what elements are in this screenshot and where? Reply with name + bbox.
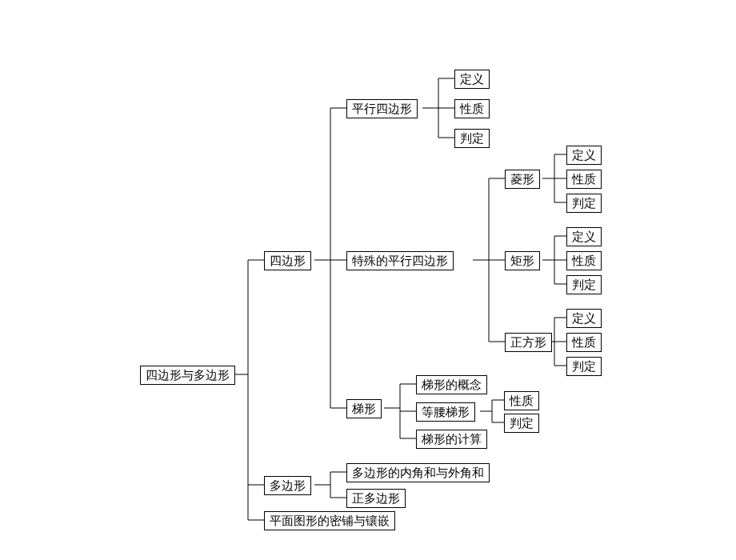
node-label: 定义 <box>572 230 596 243</box>
node-label: 梯形 <box>352 402 376 415</box>
node-label: 定义 <box>460 73 484 86</box>
node-parallelogram: 平行四边形 <box>346 99 418 118</box>
node-label: 四边形与多边形 <box>146 369 230 382</box>
node-parallelogram-judg: 判定 <box>454 129 490 148</box>
node-parallelogram-def: 定义 <box>454 70 490 89</box>
node-label: 性质 <box>510 394 534 407</box>
node-label: 判定 <box>572 197 596 210</box>
node-label: 正多边形 <box>352 492 400 505</box>
node-root: 四边形与多边形 <box>140 366 235 385</box>
node-label: 判定 <box>510 417 534 430</box>
node-rhombus-def: 定义 <box>566 146 602 165</box>
node-iso-trap-judg: 判定 <box>504 414 539 433</box>
node-label: 等腰梯形 <box>422 406 470 418</box>
node-label: 性质 <box>572 173 596 186</box>
node-label: 平行四边形 <box>352 102 412 115</box>
node-polygon-anglesum: 多边形的内角和与外角和 <box>346 463 490 482</box>
node-label: 定义 <box>572 149 596 162</box>
node-label: 菱形 <box>510 173 534 186</box>
node-rectangle-def: 定义 <box>566 227 602 246</box>
node-label: 性质 <box>460 102 484 115</box>
node-square-def: 定义 <box>566 309 602 328</box>
node-label: 梯形的计算 <box>422 433 482 446</box>
node-rhombus: 菱形 <box>505 170 540 189</box>
node-polygon: 多边形 <box>264 476 311 495</box>
node-label: 多边形的内角和与外角和 <box>352 466 484 479</box>
node-label: 多边形 <box>270 479 306 492</box>
node-rectangle-prop: 性质 <box>566 251 602 270</box>
node-label: 判定 <box>572 360 596 373</box>
node-quadrilateral: 四边形 <box>264 251 311 270</box>
node-rhombus-judg: 判定 <box>566 194 602 213</box>
node-square-prop: 性质 <box>566 333 602 352</box>
node-label: 矩形 <box>510 254 534 267</box>
node-square-judg: 判定 <box>566 357 602 376</box>
node-label: 特殊的平行四边形 <box>352 254 448 267</box>
node-label: 定义 <box>572 312 596 325</box>
node-label: 判定 <box>572 278 596 291</box>
node-label: 判定 <box>460 132 484 145</box>
node-label: 正方形 <box>510 336 546 349</box>
node-tessellation: 平面图形的密铺与镶嵌 <box>264 511 395 530</box>
node-square: 正方形 <box>505 333 552 352</box>
node-parallelogram-prop: 性质 <box>454 99 490 118</box>
node-rectangle: 矩形 <box>505 251 540 270</box>
node-trapezoid: 梯形 <box>346 399 382 418</box>
node-label: 梯形的概念 <box>422 378 482 391</box>
node-label: 性质 <box>572 254 596 267</box>
node-rectangle-judg: 判定 <box>566 275 602 294</box>
node-trapezoid-concept: 梯形的概念 <box>416 375 487 394</box>
node-label: 性质 <box>572 336 596 349</box>
node-label: 平面图形的密铺与镶嵌 <box>270 514 390 527</box>
node-iso-trap-prop: 性质 <box>504 391 539 410</box>
node-regular-polygon: 正多边形 <box>346 489 406 508</box>
node-trapezoid-compute: 梯形的计算 <box>416 430 487 449</box>
node-isosceles-trapezoid: 等腰梯形 <box>416 402 475 422</box>
diagram-stage: 四边形与多边形 四边形 多边形 平面图形的密铺与镶嵌 平行四边形 特殊的平行四边… <box>0 0 736 560</box>
node-label: 四边形 <box>270 254 306 267</box>
node-rhombus-prop: 性质 <box>566 170 602 189</box>
node-special-parallelogram: 特殊的平行四边形 <box>346 251 454 270</box>
